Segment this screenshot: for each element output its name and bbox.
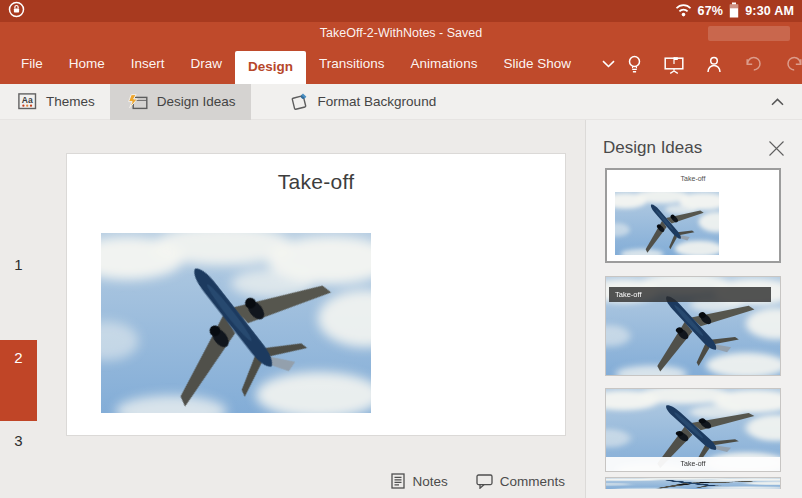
slide-thumbnail-2-selected[interactable]: 2 <box>0 340 37 421</box>
comments-icon <box>476 474 493 489</box>
ribbon-tabs: File Home Insert Draw Design Transitions… <box>0 44 627 84</box>
themes-aa-icon: Aa <box>18 93 37 110</box>
title-bar: TakeOff-2-WithNotes - Saved <box>0 22 802 44</box>
thumbnail-airplane-image <box>606 478 780 489</box>
tab-design[interactable]: Design <box>235 51 306 84</box>
slide-airplane-image[interactable] <box>101 233 371 413</box>
comments-label: Comments <box>500 474 565 489</box>
format-background-icon <box>290 92 309 111</box>
thumbnail-title-banner: Take-off <box>609 287 771 302</box>
themes-label: Themes <box>46 94 95 109</box>
svg-text:Aa: Aa <box>22 95 33 105</box>
design-ideas-button[interactable]: Design Ideas <box>110 84 251 120</box>
tab-draw[interactable]: Draw <box>178 44 236 84</box>
ribbon-tab-row: File Home Insert Draw Design Transitions… <box>0 44 802 84</box>
design-idea-thumbnail-4-partial[interactable] <box>605 477 781 489</box>
thumbnail-caption: Take-off <box>606 457 780 471</box>
chevron-down-icon <box>602 60 615 68</box>
notes-label: Notes <box>412 474 447 489</box>
ribbon-overflow-button[interactable] <box>590 44 627 84</box>
format-background-button[interactable]: Format Background <box>275 84 452 120</box>
slide-thumbnail-3[interactable]: 3 <box>0 432 37 449</box>
clock: 9:30 AM <box>745 4 794 18</box>
design-toolbar: Aa Themes Design Ideas For <box>0 84 802 120</box>
undo-button[interactable] <box>744 56 763 72</box>
powerpoint-app-window: 67% 9:30 AM TakeOff-2-WithNotes - Saved … <box>0 0 802 498</box>
tab-animations[interactable]: Animations <box>398 44 491 84</box>
android-status-bar: 67% 9:30 AM <box>0 0 802 22</box>
document-title: TakeOff-2-WithNotes - Saved <box>0 22 802 44</box>
format-background-label: Format Background <box>318 94 437 109</box>
design-ideas-panel: Design Ideas Take-off Take-off <box>585 120 802 498</box>
present-button[interactable] <box>664 55 684 74</box>
notes-button[interactable]: Notes <box>391 473 447 489</box>
tab-transitions[interactable]: Transitions <box>306 44 398 84</box>
slide-canvas-area: Take-off Notes Comments <box>58 120 585 498</box>
chevron-up-icon <box>771 98 784 106</box>
redo-button[interactable] <box>785 56 802 72</box>
slide-editor[interactable]: Take-off <box>66 153 566 436</box>
slide-thumbnail-1[interactable]: 1 <box>0 256 37 273</box>
present-screen-icon <box>664 55 684 74</box>
design-idea-thumbnail-3[interactable]: Take-off <box>605 388 781 472</box>
design-ideas-list: Take-off Take-off Take-off <box>586 168 802 489</box>
design-ideas-bolt-icon <box>125 94 148 110</box>
design-idea-thumbnail-1[interactable]: Take-off <box>605 168 781 263</box>
wifi-icon <box>675 3 692 20</box>
design-ideas-label: Design Ideas <box>157 94 236 109</box>
person-icon <box>706 56 722 73</box>
battery-percent: 67% <box>698 4 724 18</box>
thumbnail-slide-title: Take-off <box>607 175 779 182</box>
undo-icon <box>744 56 763 72</box>
title-bar-highlight <box>708 26 790 41</box>
design-ideas-header: Design Ideas <box>586 120 802 168</box>
tab-insert[interactable]: Insert <box>118 44 178 84</box>
themes-button[interactable]: Aa Themes <box>3 84 110 120</box>
bottom-bar: Notes Comments <box>58 464 585 498</box>
comments-button[interactable]: Comments <box>476 474 565 489</box>
tab-slide-show[interactable]: Slide Show <box>490 44 584 84</box>
account-button[interactable] <box>706 56 722 73</box>
design-idea-thumbnail-2[interactable]: Take-off <box>605 276 781 376</box>
tab-home[interactable]: Home <box>56 44 118 84</box>
slide-title-textbox[interactable]: Take-off <box>67 170 565 194</box>
thumbnail-airplane-image <box>615 192 719 255</box>
close-panel-button[interactable] <box>765 137 788 160</box>
design-ideas-panel-title: Design Ideas <box>603 138 702 158</box>
rotation-lock-icon <box>8 1 25 22</box>
lightbulb-icon <box>627 55 642 74</box>
redo-icon <box>785 56 802 72</box>
collapse-ribbon-button[interactable] <box>765 84 790 120</box>
tab-file[interactable]: File <box>8 44 56 84</box>
design-ideas-lightbulb-button[interactable] <box>627 55 642 74</box>
ribbon-actions <box>627 44 802 84</box>
battery-icon <box>729 2 739 21</box>
slide-navigator: 1 2 3 <box>0 120 58 498</box>
close-icon <box>767 139 786 158</box>
notes-icon <box>391 473 405 489</box>
